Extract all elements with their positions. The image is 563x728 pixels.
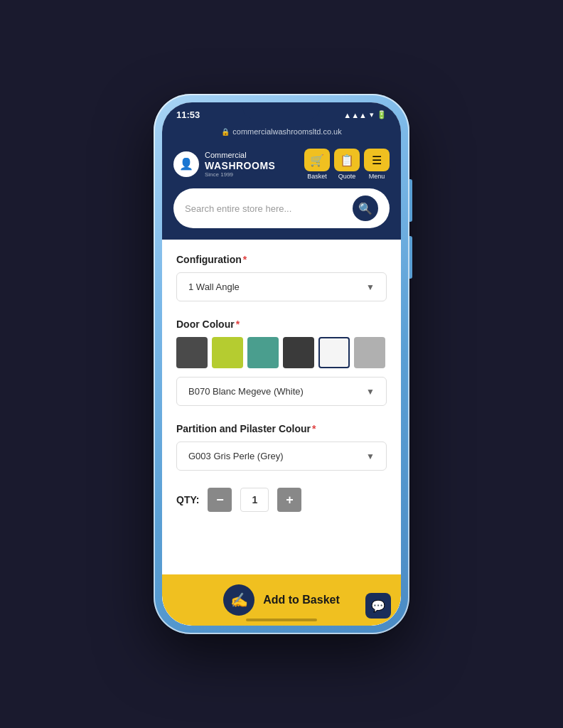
qty-plus-button[interactable]: + xyxy=(277,488,301,512)
minus-icon: − xyxy=(216,493,224,508)
door-colour-label: Door Colour* xyxy=(176,318,387,330)
swatch-white[interactable] xyxy=(318,337,350,368)
swatch-lime[interactable] xyxy=(212,337,243,368)
configuration-section: Configuration* 1 Wall Angle ▼ xyxy=(176,254,387,301)
door-colour-dropdown[interactable]: B070 Blanc Megeve (White) ▼ xyxy=(176,377,387,406)
configuration-value: 1 Wall Angle xyxy=(188,282,240,292)
door-required-star: * xyxy=(236,318,240,330)
logo-icon: 👤 xyxy=(173,151,199,177)
logo-area[interactable]: 👤 Commercial WASHROOMS Since 1999 xyxy=(173,151,275,178)
config-required-star: * xyxy=(243,254,247,265)
search-area: Search entire store here... 🔍 xyxy=(162,188,401,240)
basket-button[interactable]: 🛒 Basket xyxy=(304,149,330,180)
search-button[interactable]: 🔍 xyxy=(353,196,378,221)
search-placeholder[interactable]: Search entire store here... xyxy=(185,203,347,214)
status-icons: ▲▲▲ ▾ 🔋 xyxy=(343,110,387,119)
fingerprint-button[interactable]: ✍ xyxy=(223,584,254,616)
chat-icon: 💬 xyxy=(371,599,385,613)
configuration-label: Configuration* xyxy=(176,254,387,265)
swatch-dark-grey[interactable] xyxy=(176,337,208,368)
lock-icon: 🔒 xyxy=(221,128,230,136)
add-basket-button[interactable]: Add to Basket xyxy=(263,594,340,606)
menu-button[interactable]: ☰ Menu xyxy=(364,149,390,180)
status-bar: 11:53 ▲▲▲ ▾ 🔋 xyxy=(162,102,401,124)
configuration-chevron: ▼ xyxy=(366,282,375,292)
wifi-icon: ▾ xyxy=(370,110,374,119)
phone-screen: 11:53 ▲▲▲ ▾ 🔋 🔒 commercialwashroomsltd.c… xyxy=(162,102,401,626)
quote-icon-box: 📋 xyxy=(334,149,360,171)
qty-section: QTY: − 1 + xyxy=(176,488,387,512)
basket-icon-box: 🛒 xyxy=(304,149,330,171)
quote-button[interactable]: 📋 Quote xyxy=(334,149,360,180)
qty-value-display: 1 xyxy=(240,488,269,512)
fingerprint-icon: ✍ xyxy=(230,592,248,609)
phone-frame: 11:53 ▲▲▲ ▾ 🔋 🔒 commercialwashroomsltd.c… xyxy=(154,94,409,634)
door-colour-section: Door Colour* B070 Blanc Megeve (White) ▼ xyxy=(176,318,387,406)
partition-required-star: * xyxy=(312,423,316,434)
door-colour-chevron: ▼ xyxy=(366,387,375,397)
plus-icon: + xyxy=(286,493,294,508)
logo-text: Commercial WASHROOMS Since 1999 xyxy=(205,151,275,178)
partition-chevron: ▼ xyxy=(366,451,375,461)
door-colour-value: B070 Blanc Megeve (White) xyxy=(188,386,304,397)
main-content: Configuration* 1 Wall Angle ▼ Door Colou… xyxy=(162,240,401,626)
chat-bubble[interactable]: 💬 xyxy=(365,593,391,619)
logo-washrooms: WASHROOMS xyxy=(205,160,275,172)
logo-since: Since 1999 xyxy=(205,171,275,178)
qty-minus-button[interactable]: − xyxy=(208,488,232,512)
status-time: 11:53 xyxy=(176,109,200,120)
qty-label: QTY: xyxy=(176,494,199,505)
swatch-teal[interactable] xyxy=(247,337,279,368)
swatch-charcoal[interactable] xyxy=(283,337,314,368)
address-bar[interactable]: 🔒 commercialwashroomsltd.co.uk xyxy=(162,124,401,141)
logo-commercial: Commercial xyxy=(205,151,275,160)
nav-icons: 🛒 Basket 📋 Quote ☰ Menu xyxy=(304,149,390,180)
quote-label: Quote xyxy=(338,173,356,180)
swatch-light-grey[interactable] xyxy=(354,337,385,368)
basket-label: Basket xyxy=(307,173,327,180)
menu-icon-box: ☰ xyxy=(364,149,390,171)
header-nav: 👤 Commercial WASHROOMS Since 1999 🛒 Bask… xyxy=(162,141,401,188)
search-bar: Search entire store here... 🔍 xyxy=(173,188,390,228)
home-indicator xyxy=(246,619,317,621)
url-text: commercialwashroomsltd.co.uk xyxy=(232,127,341,136)
qty-row: QTY: − 1 + xyxy=(176,488,387,512)
partition-value: G003 Gris Perle (Grey) xyxy=(188,451,284,461)
menu-label: Menu xyxy=(369,173,385,180)
configuration-dropdown[interactable]: 1 Wall Angle ▼ xyxy=(176,272,387,301)
battery-icon: 🔋 xyxy=(377,110,387,119)
signal-icon: ▲▲▲ xyxy=(343,111,367,119)
color-swatches xyxy=(176,337,387,368)
partition-label: Partition and Pilaster Colour* xyxy=(176,423,387,434)
partition-section: Partition and Pilaster Colour* G003 Gris… xyxy=(176,423,387,471)
partition-dropdown[interactable]: G003 Gris Perle (Grey) ▼ xyxy=(176,441,387,471)
